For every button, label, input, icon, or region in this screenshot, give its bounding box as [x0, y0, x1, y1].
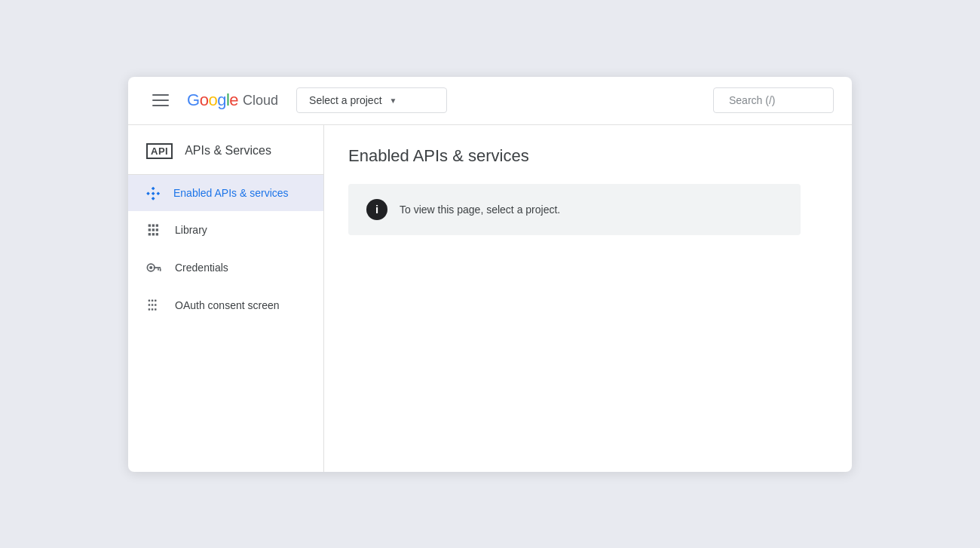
svg-rect-11 — [149, 233, 151, 235]
sidebar-item-library[interactable]: Library — [128, 211, 323, 249]
sidebar-item-enabled-apis[interactable]: Enabled APIs & services — [128, 175, 323, 211]
credentials-icon — [146, 259, 163, 276]
sidebar-header: API APIs & Services — [128, 125, 323, 175]
svg-rect-26 — [152, 308, 154, 311]
svg-rect-12 — [152, 233, 155, 235]
project-selector[interactable]: Select a project ▼ — [296, 87, 447, 113]
library-icon — [146, 222, 163, 238]
svg-rect-7 — [156, 224, 158, 226]
chevron-down-icon: ▼ — [390, 96, 397, 105]
sidebar-title: APIs & Services — [185, 144, 271, 158]
content-area: Enabled APIs & services i To view this p… — [324, 125, 852, 472]
api-services-icon — [146, 185, 161, 201]
svg-rect-19 — [149, 299, 151, 302]
svg-rect-20 — [152, 299, 154, 302]
info-banner: i To view this page, select a project. — [348, 184, 801, 235]
sidebar-label-credentials: Credentials — [175, 262, 228, 274]
svg-rect-2 — [146, 191, 150, 195]
svg-rect-1 — [152, 191, 155, 195]
svg-rect-13 — [156, 233, 158, 235]
svg-rect-9 — [152, 228, 155, 231]
search-input[interactable]: Search (/) — [713, 87, 834, 113]
svg-rect-5 — [149, 224, 151, 226]
svg-rect-8 — [149, 228, 151, 231]
sidebar-item-oauth[interactable]: OAuth consent screen — [128, 286, 323, 324]
svg-rect-6 — [152, 224, 155, 226]
info-icon: i — [366, 199, 387, 220]
api-badge: API — [146, 143, 173, 159]
svg-rect-17 — [158, 268, 159, 271]
sidebar-item-credentials[interactable]: Credentials — [128, 249, 323, 286]
logo[interactable]: Google Cloud — [187, 90, 278, 110]
svg-rect-4 — [152, 197, 155, 201]
svg-rect-10 — [156, 228, 158, 231]
info-message: To view this page, select a project. — [400, 204, 560, 216]
svg-rect-3 — [156, 191, 160, 195]
menu-button[interactable] — [146, 88, 175, 112]
svg-rect-21 — [155, 299, 157, 302]
project-selector-label: Select a project — [309, 94, 382, 106]
sidebar-label-oauth: OAuth consent screen — [175, 299, 280, 311]
sidebar-label-library: Library — [175, 224, 207, 236]
sidebar: API APIs & Services Enabled APIs & servi… — [128, 125, 324, 472]
svg-rect-0 — [152, 186, 155, 190]
app-window: Google Cloud Select a project ▼ Search (… — [128, 77, 852, 472]
cloud-wordmark: Cloud — [243, 93, 278, 109]
svg-rect-25 — [149, 308, 151, 311]
svg-rect-23 — [152, 304, 154, 306]
svg-rect-27 — [155, 308, 157, 311]
oauth-icon — [146, 297, 163, 314]
topbar: Google Cloud Select a project ▼ Search (… — [128, 77, 852, 125]
main-layout: API APIs & Services Enabled APIs & servi… — [128, 125, 852, 472]
svg-point-15 — [149, 265, 152, 268]
page-title: Enabled APIs & services — [348, 146, 828, 166]
svg-rect-18 — [160, 268, 161, 271]
svg-rect-22 — [149, 304, 151, 306]
sidebar-label-enabled-apis: Enabled APIs & services — [173, 187, 289, 199]
svg-rect-24 — [155, 304, 157, 306]
google-wordmark: Google — [187, 90, 238, 110]
svg-rect-16 — [154, 267, 161, 268]
